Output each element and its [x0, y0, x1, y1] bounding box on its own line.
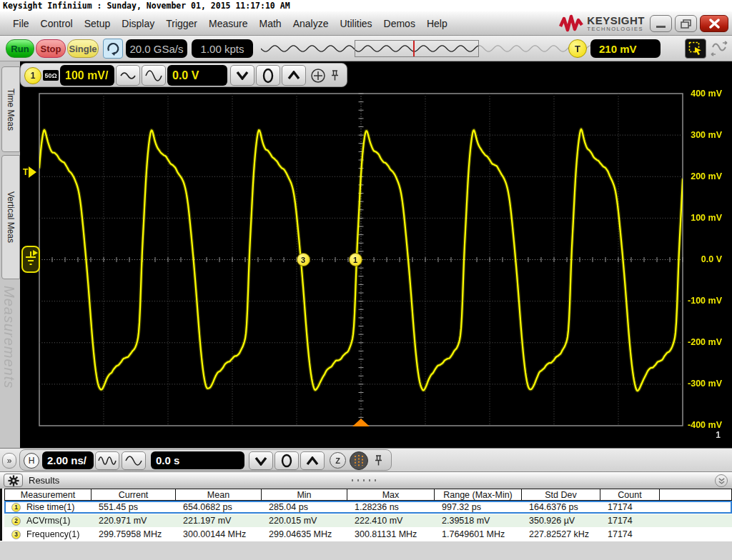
channel1-badge[interactable]: 1 — [24, 67, 41, 84]
zero-icon — [262, 68, 274, 84]
pin-icon[interactable] — [373, 454, 384, 467]
y-axis-label: 400 mV — [679, 89, 722, 99]
title-bar: Keysight Infiniium : Sunday, November 01… — [0, 0, 732, 11]
results-settings-button[interactable] — [4, 474, 23, 487]
restore-button[interactable] — [675, 15, 697, 32]
sample-rate-display[interactable]: 20.0 GSa/s — [126, 39, 187, 58]
position-left-button[interactable] — [249, 451, 273, 470]
measurement-marker-1[interactable]: 1 — [349, 253, 362, 266]
offset-down-button[interactable] — [230, 65, 254, 86]
channel-number-indicator: 1 — [716, 430, 721, 440]
restore-icon — [681, 19, 691, 29]
menu-measure[interactable]: Measure — [203, 18, 253, 29]
vertical-offset-display[interactable]: 0.0 V — [167, 65, 227, 86]
measurement-name: Frequency(1) — [26, 529, 79, 539]
position-zero-button[interactable] — [274, 451, 299, 470]
stop-button[interactable]: Stop — [36, 39, 66, 58]
tab-vertical-meas[interactable]: Vertical Meas — [1, 155, 20, 279]
close-button[interactable] — [700, 15, 728, 32]
keysight-logo: KEYSIGHT TECHNOLOGIES — [559, 14, 645, 33]
timebase-zoom-out-button[interactable] — [95, 451, 119, 470]
menu-display[interactable]: Display — [116, 18, 160, 29]
acquisition-points-button[interactable] — [350, 451, 368, 470]
trigger-time-marker[interactable] — [352, 419, 370, 426]
vertical-scale-decrease-button[interactable] — [116, 65, 140, 86]
menu-setup[interactable]: Setup — [79, 18, 117, 29]
measurement-marker-3[interactable]: 3 — [297, 253, 310, 266]
offset-zero-button[interactable] — [256, 65, 280, 86]
menu-trigger[interactable]: Trigger — [160, 18, 203, 29]
dotted-lines-icon — [350, 452, 367, 469]
chevron-down-icon — [254, 456, 268, 466]
menu-math[interactable]: Math — [254, 18, 287, 29]
menu-file[interactable]: File — [7, 18, 35, 29]
cell-mean: 654.0682 ps — [176, 501, 262, 514]
cell-min: 220.015 mV — [262, 514, 347, 527]
scope-grid-canvas[interactable] — [20, 61, 732, 448]
tab-time-meas[interactable]: Time Meas — [1, 66, 20, 152]
y-axis-label: 300 mV — [679, 130, 722, 140]
menu-control[interactable]: Control — [35, 18, 79, 29]
result-row-acvrms[interactable]: 2 ACVrms(1) 220.971 mV 221.197 mV 220.01… — [4, 514, 732, 527]
plus-circle-icon — [310, 68, 326, 84]
timebase-control-group: H 2.00 ns/ 0.0 s — [19, 449, 392, 471]
vertical-scale-increase-button[interactable] — [142, 65, 166, 86]
cell-min: 285.04 ps — [262, 501, 347, 514]
expand-button[interactable]: » — [2, 453, 16, 469]
panel-drag-handle[interactable] — [352, 479, 379, 481]
column-header: Current — [92, 489, 176, 501]
timebase-scale-display[interactable]: 2.00 ns/ — [42, 451, 94, 469]
ground-symbol-icon — [23, 249, 39, 270]
chevron-up-icon — [287, 71, 301, 80]
vertical-scale-display[interactable]: 100 mV/ — [60, 65, 114, 86]
cell-current: 551.45 ps — [92, 501, 176, 514]
cell-stddev: 227.82527 kHz — [522, 528, 600, 541]
menu-demos[interactable]: Demos — [378, 18, 421, 29]
run-button[interactable]: Run — [6, 39, 34, 58]
multi-sine-icon — [98, 455, 117, 466]
gear-icon — [8, 475, 19, 486]
results-panel-title: Results — [29, 475, 59, 486]
horizontal-badge[interactable]: H — [24, 453, 39, 469]
channel1-control-bar: 1 50Ω 100 mV/ 0.0 V — [20, 63, 347, 87]
pushpin-icon — [330, 69, 340, 82]
trigger-level-marker[interactable]: T — [23, 166, 36, 178]
memory-depth-display[interactable]: 1.00 kpts — [192, 39, 253, 58]
cell-mean: 300.00144 MHz — [176, 528, 262, 541]
result-row-rise-time[interactable]: 1 Rise time(1) 551.45 ps 654.0682 ps 285… — [4, 501, 732, 514]
zoom-button[interactable]: Z — [330, 452, 346, 469]
results-table-header: Measurement Current Mean Min Max Range (… — [4, 489, 732, 501]
rearm-button[interactable] — [103, 39, 123, 59]
offset-up-button[interactable] — [282, 65, 306, 86]
keysight-logo-mark — [559, 14, 583, 33]
menu-analyze[interactable]: Analyze — [287, 18, 335, 29]
menu-help[interactable]: Help — [421, 18, 453, 29]
collapse-panel-button[interactable] — [715, 474, 728, 487]
column-header: Measurement — [4, 489, 92, 501]
position-right-button[interactable] — [300, 451, 325, 470]
cell-stddev: 164.6376 ps — [522, 501, 600, 514]
pan-waveform-button[interactable] — [708, 39, 731, 59]
timebase-position-display[interactable]: 0.0 s — [151, 451, 244, 469]
impedance-badge[interactable]: 50Ω — [43, 70, 59, 81]
bottom-strip — [0, 541, 732, 560]
window-title: Keysight Infiniium : Sunday, November 01… — [3, 1, 290, 11]
menu-utilities[interactable]: Utilities — [334, 18, 377, 29]
single-button[interactable]: Single — [67, 39, 99, 58]
pin-icon[interactable] — [330, 69, 340, 82]
column-header-empty — [660, 489, 732, 501]
timebase-zoom-in-button[interactable] — [122, 451, 146, 470]
y-axis-label: 0.0 V — [679, 254, 722, 264]
brand-sub: TECHNOLOGIES — [587, 26, 645, 32]
selection-tool-button[interactable] — [685, 39, 706, 59]
trigger-level-display[interactable]: 210 mV — [590, 39, 661, 58]
channel1-ground-marker[interactable] — [21, 246, 40, 273]
minimize-button[interactable] — [650, 15, 672, 32]
cell-count: 17174 — [600, 501, 660, 514]
trigger-badge[interactable]: T — [568, 39, 587, 58]
add-channel-button[interactable] — [310, 68, 326, 84]
results-table: Measurement Current Mean Min Max Range (… — [0, 489, 732, 541]
cell-stddev: 350.926 µV — [522, 514, 600, 527]
acquisition-toolbar: Run Stop Single 20.0 GSa/s 1.00 kpts T 2… — [0, 36, 732, 61]
result-row-frequency[interactable]: 3 Frequency(1) 299.75958 MHz 300.00144 M… — [4, 528, 732, 541]
